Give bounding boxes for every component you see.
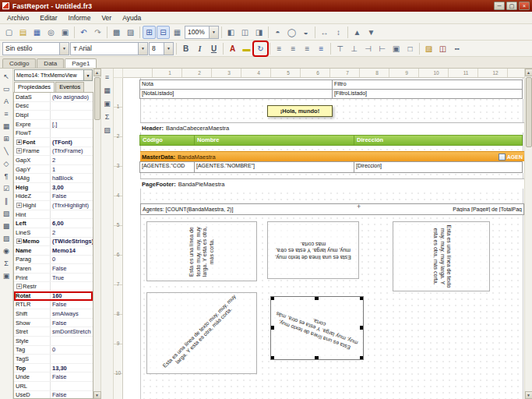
property-row-show[interactable]: ShowFalse — [14, 319, 93, 328]
show-grid-icon[interactable]: ⊞ — [143, 26, 156, 39]
memo-rotated-160-selected[interactable]: Esta es una línea de texto muy, muy, muy… — [270, 296, 364, 360]
select-tool-icon[interactable]: ↖ — [1, 70, 12, 82]
send-to-back-icon[interactable]: ▼ — [365, 26, 378, 39]
memo-filtrolistado[interactable]: [FiltroListado] — [332, 89, 523, 99]
redo-icon[interactable]: ↷ — [91, 26, 104, 39]
chevron-down-icon[interactable]: ▼ — [59, 43, 69, 55]
tab-page1[interactable]: Page1 — [65, 58, 97, 68]
property-value[interactable]: 13,30 — [51, 365, 93, 372]
property-row-tags[interactable]: TagS — [14, 355, 93, 364]
memo-codigo[interactable]: Código — [139, 135, 195, 146]
property-row-flowt[interactable]: FlowT — [14, 129, 93, 138]
chevron-down-icon[interactable]: ▼ — [83, 70, 92, 80]
property-row-print[interactable]: PrintTrue — [14, 274, 93, 283]
frame-right-icon[interactable]: ⊢ — [375, 42, 389, 55]
frame-all-icon[interactable]: ▣ — [389, 42, 403, 55]
inspector-scrollbar[interactable]: ▲ ▼ — [93, 69, 101, 399]
property-value[interactable]: False — [51, 301, 93, 308]
print-icon[interactable]: ▣ — [58, 26, 72, 39]
line-object-icon[interactable]: ╲ — [1, 145, 12, 157]
report-settings-icon[interactable]: ▣ — [101, 97, 113, 109]
richtext-object-icon[interactable]: ¶ — [1, 170, 12, 182]
frame-color-icon[interactable]: ◫ — [436, 42, 449, 55]
snap-to-grid-icon[interactable]: ⊟ — [157, 26, 170, 39]
memo-rotated-90[interactable]: Esta es una línea de texto muy, muy, muy… — [146, 221, 257, 281]
style-combo[interactable]: Sin estilo ▼ — [2, 42, 69, 55]
property-row-left[interactable]: Left6,00 — [14, 219, 93, 228]
crosstab-object-icon[interactable]: ▩ — [1, 220, 12, 231]
new-report-icon[interactable]: ▢ — [2, 26, 16, 39]
property-value[interactable]: 3,00 — [51, 184, 93, 191]
property-row-name[interactable]: NameMemo14 — [14, 246, 93, 256]
save-report-icon[interactable]: ▦ — [30, 26, 44, 39]
property-value[interactable]: False — [51, 192, 93, 200]
property-value[interactable]: 6,00 — [51, 220, 93, 227]
chevron-down-icon[interactable]: ▼ — [138, 43, 147, 55]
align-middles-icon[interactable]: ◯ — [285, 26, 298, 39]
variables-icon[interactable]: Σ — [101, 111, 113, 122]
property-value[interactable]: (TFont) — [51, 139, 93, 146]
font-name-combo[interactable]: T Arial ▼ — [70, 42, 148, 55]
property-row-gapy[interactable]: GapY1 — [14, 165, 93, 175]
property-row-rtlr[interactable]: RTLRFalse — [14, 301, 93, 310]
scroll-down-icon[interactable]: ▼ — [525, 391, 532, 399]
property-row-restr[interactable]: +Restr — [14, 282, 93, 291]
tab-eventos[interactable]: Eventos — [55, 82, 84, 92]
canvas-scrollbar[interactable]: ▲ ▼ — [524, 69, 532, 399]
picture-object-icon[interactable]: ▦ — [1, 120, 12, 132]
property-row-expre[interactable]: Expre[,] — [14, 120, 93, 129]
expand-icon[interactable]: + — [16, 284, 22, 289]
band-object-icon[interactable]: ≡ — [1, 108, 12, 119]
memo-rotated-270[interactable]: Esta es una línea de texto muy, muy, muy… — [393, 221, 490, 291]
underline-icon[interactable]: U — [207, 42, 220, 55]
maximize-button[interactable]: ▢ — [506, 2, 517, 10]
align-top-edges-icon[interactable]: ◓ — [271, 26, 284, 39]
text-rotation-icon[interactable]: ↻ — [254, 42, 267, 55]
property-value[interactable]: 160 — [51, 292, 93, 299]
frame-top-icon[interactable]: ⊤ — [333, 42, 347, 55]
expand-icon[interactable]: + — [16, 139, 22, 145]
menu-item-ver[interactable]: Ver — [96, 13, 117, 23]
close-button[interactable]: × — [519, 2, 530, 10]
property-value[interactable]: False — [51, 373, 93, 380]
property-row-highl[interactable]: +Highl(TfrxHighlight) — [14, 201, 93, 210]
bold-icon[interactable]: B — [179, 42, 192, 55]
selection-handle-se[interactable] — [360, 356, 364, 360]
align-text-right-icon[interactable]: ≡ — [301, 42, 314, 55]
frame-left-icon[interactable]: ⊣ — [361, 42, 375, 55]
minimize-button[interactable]: ─ — [494, 2, 505, 10]
frame-none-icon[interactable]: □ — [403, 42, 417, 55]
picture-cache-icon[interactable]: ▨ — [101, 124, 113, 136]
memo-nombre[interactable]: Nombre — [194, 135, 354, 146]
property-row-font[interactable]: +Font(TFont) — [14, 138, 93, 147]
tab-codigo[interactable]: Código — [2, 58, 36, 68]
band-masterdata-caption[interactable]: MasterData: BandaMaestra AGEN — [140, 151, 524, 161]
zoom-combo[interactable]: 100% ▼ — [185, 26, 219, 39]
same-height-icon[interactable]: ↕ — [332, 26, 345, 39]
text-object-icon[interactable]: A — [1, 95, 12, 107]
expression-object-icon[interactable]: Σ — [1, 257, 12, 269]
property-value[interactable]: 0 — [51, 346, 93, 353]
property-value[interactable]: haBlock — [51, 175, 93, 182]
same-width-icon[interactable]: ↔ — [318, 26, 331, 39]
tab-data[interactable]: Data — [37, 58, 64, 68]
report-tree-icon[interactable]: ≡ — [101, 71, 113, 83]
property-value[interactable]: (TWideStrings) — [51, 238, 93, 245]
property-row-hidez[interactable]: HideZFalse — [14, 192, 93, 202]
memo-direccion-field[interactable]: [Direccion] — [354, 161, 523, 173]
barcode-object-icon[interactable]: ∥ — [1, 195, 12, 207]
property-row-used[interactable]: UseDFalse — [14, 391, 93, 399]
scroll-down-icon[interactable]: ▼ — [93, 391, 101, 399]
selection-handle-ne[interactable] — [360, 296, 364, 300]
font-size-combo[interactable]: 8 ▼ — [149, 42, 174, 55]
scrollbar-thumb[interactable] — [526, 77, 532, 147]
align-bottom-edges-icon[interactable]: ◒ — [299, 26, 312, 39]
property-value[interactable]: 2 — [51, 157, 93, 164]
scroll-up-icon[interactable]: ▲ — [93, 69, 101, 76]
property-row-url[interactable]: URL — [14, 382, 93, 391]
property-row-displ[interactable]: Displ — [14, 111, 93, 120]
frame-bottom-icon[interactable]: ⊥ — [347, 42, 361, 55]
property-row-rotat[interactable]: Rotat160 — [14, 291, 93, 301]
memo-notalistado[interactable]: [NotaListado] — [139, 89, 333, 99]
memo-agentes-count[interactable]: Agentes: [COUNT(BandaMaestra, 2)] — [141, 207, 233, 212]
